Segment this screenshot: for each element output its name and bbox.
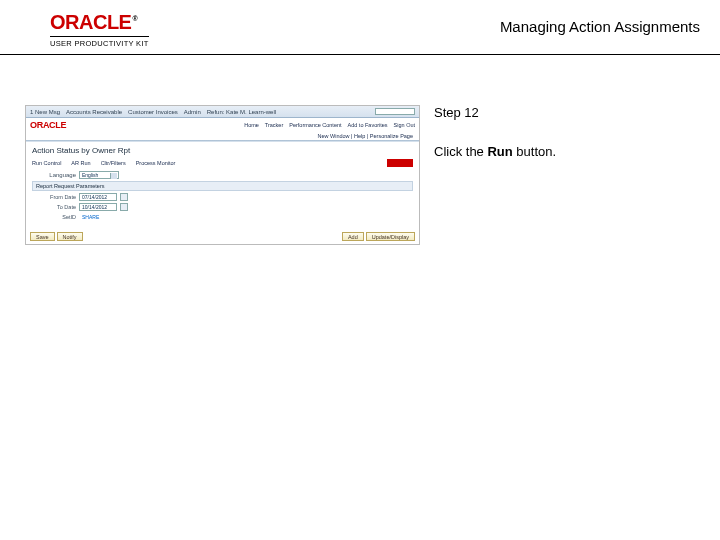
- crumb-item: Customer Invoices: [128, 109, 178, 115]
- run-bold: Run: [487, 144, 512, 159]
- shot-nav-link: Performance Content: [289, 122, 341, 128]
- save-button: Save: [30, 232, 55, 241]
- text-part: Click the: [434, 144, 487, 159]
- shot-tab: Cltr/Filters: [101, 160, 126, 166]
- oracle-logo: ORACLE: [50, 12, 149, 32]
- calendar-icon: [120, 203, 128, 211]
- shot-subtabs: Run Control AR Run Cltr/Filters Process …: [32, 159, 413, 167]
- shot-search-box: [375, 108, 415, 115]
- shot-nav: Home Tracker Performance Content Add to …: [66, 122, 415, 128]
- crumb-item: 1 New Msg: [30, 109, 60, 115]
- add-button: Add: [342, 232, 364, 241]
- upk-label: USER PRODUCTIVITY KIT: [50, 36, 149, 48]
- run-highlight: [387, 159, 413, 167]
- to-date-input: 10/14/2012: [79, 203, 117, 211]
- notify-button: Notify: [57, 232, 83, 241]
- instruction-pane: Step 12 Click the Run button.: [434, 105, 556, 161]
- page-title: Managing Action Assignments: [500, 12, 700, 35]
- shot-nav-link: Add to Favorites: [348, 122, 388, 128]
- shot-nav-link: Tracker: [265, 122, 283, 128]
- shot-section-header: Report Request Parameters: [32, 181, 413, 191]
- language-select: English: [79, 171, 119, 179]
- field-label: Language: [32, 172, 76, 178]
- shot-page-title: Action Status by Owner Rpt: [32, 146, 413, 155]
- field-label: To Date: [32, 204, 76, 210]
- text-part: button.: [513, 144, 556, 159]
- update-display-button: Update/Display: [366, 232, 415, 241]
- crumb-item: Accounts Receivable: [66, 109, 122, 115]
- shot-footer: Save Notify Add Update/Display: [26, 229, 419, 244]
- shot-window-links: New Window | Help | Personalize Page: [26, 132, 419, 140]
- crumb-item: Admin: [184, 109, 201, 115]
- shot-oracle-logo: ORACLE: [30, 120, 66, 130]
- instruction-text: Click the Run button.: [434, 144, 556, 161]
- shot-nav-link: Sign Out: [394, 122, 415, 128]
- field-label: From Date: [32, 194, 76, 200]
- shot-nav-link: Home: [244, 122, 259, 128]
- shot-tab: Process Monitor: [136, 160, 176, 166]
- setid-value: SHARE: [79, 213, 117, 221]
- shot-tab: AR Run: [71, 160, 90, 166]
- page-header: ORACLE USER PRODUCTIVITY KIT Managing Ac…: [0, 0, 720, 55]
- brand-block: ORACLE USER PRODUCTIVITY KIT: [50, 12, 149, 48]
- shot-header-row: ORACLE Home Tracker Performance Content …: [26, 118, 419, 132]
- crumb-item: Refun: Kate M. Learn-well: [207, 109, 276, 115]
- embedded-screenshot: 1 New Msg Accounts Receivable Customer I…: [25, 105, 420, 245]
- calendar-icon: [120, 193, 128, 201]
- shot-breadcrumb-bar: 1 New Msg Accounts Receivable Customer I…: [26, 106, 419, 118]
- field-label: SetID: [32, 214, 76, 220]
- shot-tab: Run Control: [32, 160, 61, 166]
- main-content: 1 New Msg Accounts Receivable Customer I…: [0, 55, 720, 245]
- step-label: Step 12: [434, 105, 556, 122]
- from-date-input: 07/14/2012: [79, 193, 117, 201]
